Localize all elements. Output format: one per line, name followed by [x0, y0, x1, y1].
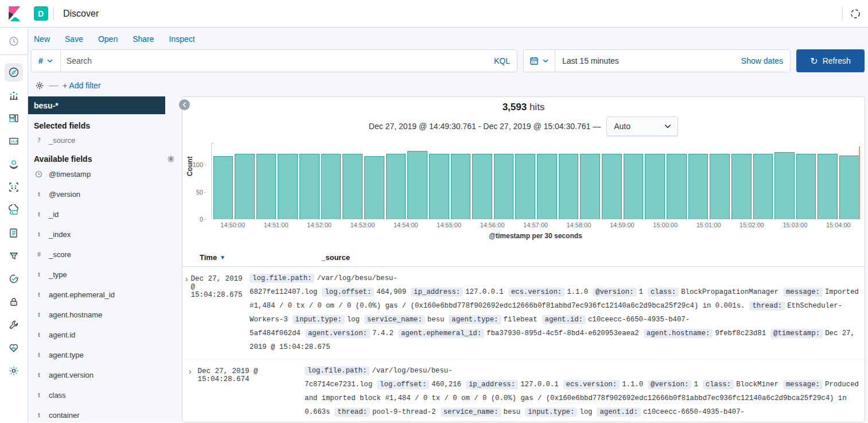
histogram-bar[interactable] — [818, 154, 838, 219]
histogram-bar[interactable] — [321, 154, 341, 219]
field-item-_source[interactable]: ?_source — [34, 130, 176, 150]
histogram-bar[interactable] — [688, 154, 709, 219]
selected-fields-heading: Selected fields — [34, 121, 176, 130]
histogram-bar[interactable] — [364, 156, 384, 219]
index-pattern-selector[interactable]: besu-* — [28, 96, 165, 114]
field-badge: agent.id: — [597, 408, 640, 417]
histogram-bar[interactable] — [602, 154, 622, 219]
filter-settings-gear-icon[interactable] — [35, 81, 44, 90]
nav-canvas[interactable] — [5, 132, 23, 150]
expand-row-icon[interactable]: › — [182, 271, 191, 354]
current-time-marker — [859, 146, 860, 219]
histogram-bar[interactable] — [731, 154, 752, 219]
nav-uptime[interactable] — [5, 270, 23, 288]
quick-select-menu-button[interactable] — [524, 50, 555, 72]
x-tick-label: 14:57:00 — [523, 222, 548, 228]
add-filter-button[interactable]: + Add filter — [63, 81, 101, 90]
saved-query-menu-button[interactable]: # — [32, 50, 61, 72]
histogram-bar[interactable] — [796, 154, 816, 219]
search-input[interactable] — [61, 56, 487, 65]
nav-maps[interactable] — [5, 155, 23, 173]
nav-siem[interactable] — [5, 293, 23, 311]
available-fields-heading: Available fields — [34, 154, 176, 164]
menu-share[interactable]: Share — [133, 34, 154, 44]
field-badge: ecs.version: — [508, 288, 565, 297]
field-settings-button[interactable] — [166, 154, 176, 164]
menu-open[interactable]: Open — [98, 34, 118, 44]
nav-discover[interactable] — [5, 63, 23, 82]
histogram-bar[interactable] — [559, 154, 579, 219]
histogram-bar[interactable] — [624, 154, 644, 219]
field-item-agent.id[interactable]: tagent.id — [34, 325, 176, 345]
field-item-class[interactable]: tclass — [34, 385, 176, 405]
histogram-bar[interactable] — [710, 154, 730, 219]
field-item-_score[interactable]: #_score — [34, 245, 176, 265]
nav-logs[interactable] — [5, 224, 23, 242]
field-item-container[interactable]: tcontainer — [34, 405, 176, 423]
histogram-bar[interactable] — [645, 154, 665, 219]
nav-apm[interactable] — [5, 247, 23, 265]
expand-row-icon[interactable]: › — [182, 364, 197, 422]
field-badge: agent.ephemeral_id: — [546, 421, 632, 422]
nav-dev-tools[interactable] — [5, 316, 23, 334]
field-item-_id[interactable]: t_id — [34, 204, 176, 224]
histogram-bar[interactable] — [451, 154, 471, 219]
histogram-bar[interactable] — [580, 154, 600, 219]
nav-management[interactable] — [5, 362, 23, 380]
query-language-button[interactable]: KQL — [487, 56, 517, 65]
menu-new[interactable]: New — [34, 34, 50, 44]
kibana-logo[interactable] — [0, 0, 28, 27]
nav-machine-learning[interactable] — [5, 178, 23, 196]
field-badge: input.type: — [525, 408, 577, 417]
field-item-@timestamp[interactable]: @timestamp — [34, 164, 176, 184]
table-row: ›Dec 27, 2019 @ 15:04:28.675log.file.pat… — [182, 267, 865, 359]
menu-save[interactable]: Save — [65, 34, 83, 44]
field-type-icon: t — [35, 270, 43, 279]
app-badge[interactable]: D — [28, 0, 53, 27]
field-item-_type[interactable]: t_type — [34, 265, 176, 285]
time-range-button[interactable]: Last 15 minutes — [555, 56, 734, 65]
results-panel: 3,593 hits Dec 27, 2019 @ 14:49:30.761 -… — [182, 96, 865, 422]
menu-inspect[interactable]: Inspect — [169, 34, 195, 44]
interval-select[interactable]: Auto — [606, 117, 678, 136]
field-item-agent.hostname[interactable]: tagent.hostname — [34, 305, 176, 325]
histogram-bar[interactable] — [429, 154, 449, 219]
refresh-button[interactable]: ↻ Refresh — [796, 49, 865, 72]
field-badge: agent.type: — [360, 421, 412, 422]
histogram-bar[interactable] — [213, 156, 233, 219]
field-item-agent.ephemeral_id[interactable]: tagent.ephemeral_id — [34, 285, 176, 305]
histogram-bar[interactable] — [753, 154, 773, 219]
histogram-bar[interactable] — [278, 154, 298, 219]
histogram-bar[interactable] — [407, 151, 427, 219]
field-item-agent.type[interactable]: tagent.type — [34, 345, 176, 365]
field-type-icon: t — [35, 230, 43, 239]
histogram-bar[interactable] — [299, 154, 320, 219]
histogram-bar[interactable] — [774, 152, 795, 219]
field-item-@version[interactable]: t@version — [34, 184, 176, 204]
histogram-bar[interactable] — [256, 154, 277, 219]
recently-viewed-button[interactable] — [0, 28, 28, 55]
histogram-bar[interactable] — [667, 154, 687, 219]
histogram-bar[interactable] — [472, 154, 492, 219]
field-value: 1.1.0 — [622, 381, 643, 389]
histogram-bar[interactable] — [235, 154, 255, 219]
help-menu-button[interactable] — [843, 0, 868, 27]
histogram-bar[interactable] — [494, 154, 514, 219]
nav-stack-monitoring[interactable] — [5, 339, 23, 357]
time-column-header[interactable]: Time ▼ — [200, 253, 321, 262]
visualize-icon — [8, 90, 20, 101]
nav-dashboard[interactable] — [5, 109, 23, 127]
histogram-bar[interactable] — [839, 156, 859, 219]
histogram-bar[interactable] — [515, 154, 535, 219]
collapse-sidebar-button[interactable] — [179, 99, 190, 110]
field-item-agent.version[interactable]: tagent.version — [34, 365, 176, 385]
show-dates-button[interactable]: Show dates — [734, 56, 790, 65]
management-gear-icon — [8, 365, 20, 377]
nav-metrics[interactable] — [5, 201, 23, 219]
chevron-down-icon — [664, 122, 672, 130]
field-item-_index[interactable]: t_index — [34, 224, 176, 245]
histogram-bar[interactable] — [537, 154, 557, 219]
histogram-bar[interactable] — [342, 154, 363, 219]
nav-visualize[interactable] — [5, 86, 23, 104]
histogram-bar[interactable] — [386, 154, 406, 219]
